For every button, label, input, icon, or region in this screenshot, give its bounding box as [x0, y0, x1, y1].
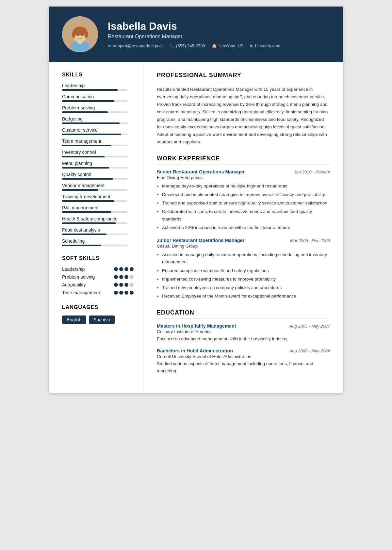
dot: [130, 275, 134, 279]
resume-body: SKILLS Leadership Communication Problem-…: [49, 62, 343, 393]
contact-row: ✉ support@resumedesign.ai 📞 (555) 345-67…: [108, 43, 330, 48]
skill-name: Communication: [62, 94, 134, 99]
skill-item: Vendor management: [62, 183, 134, 191]
skill-bar-fill: [62, 167, 109, 169]
resume-header: Isabella Davis Restaurant Operations Man…: [49, 7, 343, 62]
svg-point-5: [72, 31, 75, 38]
dots: [114, 283, 134, 287]
job-header: Junior Restaurant Operations Manager Mar…: [157, 238, 330, 243]
svg-point-8: [81, 34, 83, 36]
edu-item: Masters in Hospitality Management Aug 20…: [157, 323, 330, 343]
skill-name: Training & development: [62, 194, 134, 199]
edu-degree: Bachelors in Hotel Administration: [157, 348, 233, 353]
skill-bar-fill: [62, 89, 118, 91]
linkedin-icon: in: [250, 43, 253, 48]
summary-text: Results-oriented Restaurant Operations M…: [157, 86, 330, 146]
bullet: Collaborated with chefs to create innova…: [162, 208, 330, 223]
bullet: Developed and implemented strategies to …: [162, 191, 330, 198]
skill-item: Training & development: [62, 194, 134, 202]
dot: [130, 283, 134, 287]
contact-email: ✉ support@resumedesign.ai: [108, 43, 163, 48]
skill-name: Health & safety compliance: [62, 216, 134, 221]
skill-item: Customer service: [62, 127, 134, 135]
svg-point-7: [77, 34, 79, 36]
skill-name: Problem-solving: [62, 105, 134, 110]
skill-item: Health & safety compliance: [62, 216, 134, 224]
soft-skill-row: Time management: [62, 290, 134, 295]
education-section: EDUCATION Masters in Hospitality Managem…: [157, 309, 330, 375]
contact-location: 🏠 NewYork, US: [212, 43, 244, 48]
skill-name: Budgeting: [62, 116, 134, 121]
education-list: Masters in Hospitality Management Aug 20…: [157, 323, 330, 375]
dot: [124, 291, 128, 295]
job-bullets: Managed day-to-day operations of multipl…: [157, 183, 330, 232]
avatar: [62, 16, 98, 52]
skill-item: Scheduling: [62, 238, 134, 246]
skill-bar: [62, 189, 127, 191]
soft-skill-name: Leadership: [62, 267, 114, 272]
soft-skill-name: Adaptability: [62, 282, 114, 287]
skill-bar-fill: [62, 222, 116, 224]
skill-item: Problem-solving: [62, 105, 134, 113]
skill-bar: [62, 178, 127, 180]
edu-item: Bachelors in Hotel Administration Aug 20…: [157, 348, 330, 374]
bullet: Trained new employees on company policie…: [162, 284, 330, 291]
job-company: Casual Dining Group: [157, 244, 330, 249]
location-icon: 🏠: [212, 43, 217, 48]
bullet: Managed day-to-day operations of multipl…: [162, 183, 330, 190]
job-company: Fine Dining Enterprises: [157, 175, 330, 180]
skill-item: Menu planning: [62, 161, 134, 169]
skill-name: P&L management: [62, 205, 134, 210]
languages-section: LANGUAGES EnglishSpanish: [62, 304, 134, 324]
dot: [114, 267, 118, 271]
job-dates: Jan 2010 - Present: [294, 170, 330, 174]
skill-bar-fill: [62, 189, 98, 191]
skill-item: Budgeting: [62, 116, 134, 124]
skill-bar-fill: [62, 178, 113, 180]
summary-section: PROFESSIONAL SUMMARY Results-oriented Re…: [157, 72, 330, 146]
skill-name: Customer service: [62, 127, 134, 133]
email-icon: ✉: [108, 43, 111, 48]
languages-title: LANGUAGES: [62, 304, 134, 310]
job-bullets: Assisted in managing daily restaurant op…: [157, 251, 330, 300]
skill-name: Team management: [62, 138, 134, 144]
header-info: Isabella Davis Restaurant Operations Man…: [108, 20, 330, 48]
dots: [114, 275, 134, 279]
bullet: Achieved a 20% increase in revenue withi…: [162, 224, 330, 231]
skill-item: Inventory control: [62, 150, 134, 157]
skill-item: Team management: [62, 138, 134, 146]
skill-item: Food cost analysis: [62, 227, 134, 235]
skill-bar: [62, 100, 127, 102]
edu-degree: Masters in Hospitality Management: [157, 323, 236, 329]
lang-tags: EnglishSpanish: [62, 315, 134, 324]
dot: [130, 291, 134, 295]
skill-bar: [62, 200, 127, 202]
experience-title: WORK EXPERIENCE: [157, 155, 330, 165]
skill-bar-fill: [62, 245, 101, 246]
skill-bar: [62, 122, 127, 124]
edu-desc: Studied various aspects of hotel managem…: [157, 360, 330, 374]
education-title: EDUCATION: [157, 309, 330, 319]
soft-skills-section: SOFT SKILLS Leadership Problem-solving A…: [62, 255, 134, 295]
dot: [114, 275, 118, 279]
dots: [114, 267, 134, 271]
skill-bar-fill: [62, 211, 111, 213]
skill-bar: [62, 211, 127, 213]
jobs-list: Senior Restaurant Operations Manager Jan…: [157, 169, 330, 300]
skill-name: Quality control: [62, 172, 134, 177]
candidate-name: Isabella Davis: [108, 20, 330, 32]
bullet: Ensured compliance with health and safet…: [162, 267, 330, 274]
skill-bar-fill: [62, 234, 106, 235]
soft-skills-title: SOFT SKILLS: [62, 255, 134, 261]
bullet: Implemented cost-saving measures to impr…: [162, 276, 330, 283]
skill-bar-fill: [62, 156, 105, 157]
skill-name: Leadership: [62, 83, 134, 88]
soft-skill-name: Problem-solving: [62, 274, 114, 280]
skill-bar-fill: [62, 111, 108, 113]
edu-header: Masters in Hospitality Management Aug 20…: [157, 323, 330, 329]
edu-dates: Aug 2005 - May 2007: [289, 324, 330, 329]
skill-bar-fill: [62, 200, 114, 202]
skill-bar: [62, 134, 127, 135]
sidebar: SKILLS Leadership Communication Problem-…: [49, 62, 144, 393]
job-item: Junior Restaurant Operations Manager Mar…: [157, 238, 330, 300]
